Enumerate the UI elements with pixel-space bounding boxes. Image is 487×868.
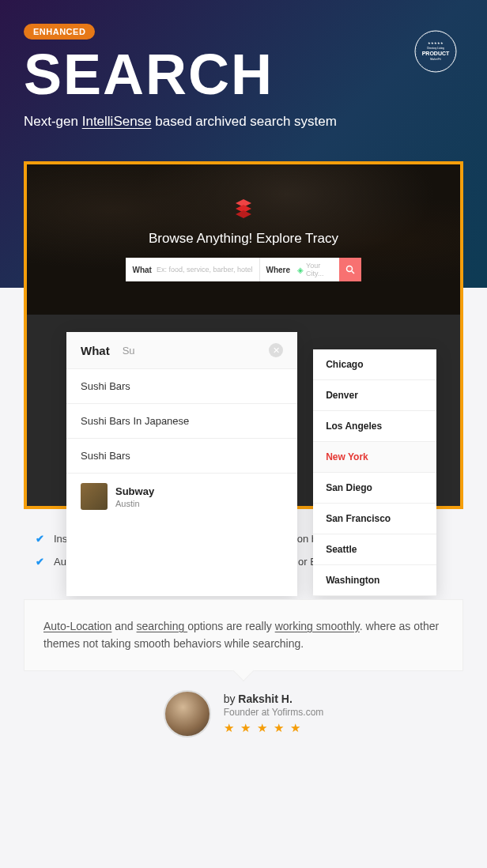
enhanced-badge: ENHANCED <box>24 24 95 40</box>
svg-line-6 <box>352 271 354 274</box>
suggestion-item-rich[interactable]: Subway Austin <box>66 474 297 519</box>
suggestion-item[interactable]: Sushi Bars In Japanese <box>66 404 297 439</box>
svg-text:Directory Listing: Directory Listing <box>427 47 444 50</box>
svg-text:PRODUCT: PRODUCT <box>422 51 450 56</box>
author-avatar <box>164 690 211 738</box>
suggestion-thumbnail <box>81 483 108 510</box>
author-role: Founder at Yofirms.com <box>224 707 324 718</box>
what-dropdown-header: What Su ✕ <box>66 332 297 369</box>
city-item[interactable]: Washington <box>313 565 436 596</box>
svg-text:Market Fit: Market Fit <box>430 58 441 61</box>
svg-text:★★★★★: ★★★★★ <box>428 41 444 45</box>
what-input-value[interactable]: Su <box>123 345 135 357</box>
where-dropdown: Chicago Denver Los Angeles New York San … <box>313 349 436 596</box>
search-where-field[interactable]: Where ◈ Your City... <box>260 258 339 281</box>
city-item[interactable]: Denver <box>313 380 436 411</box>
demo-logo-icon <box>232 198 255 220</box>
city-item-active[interactable]: New York <box>313 442 436 473</box>
city-item[interactable]: San Francisco <box>313 504 436 534</box>
suggestion-item[interactable]: Sushi Bars <box>66 439 297 474</box>
demo-frame: Browse Anything! Explore Tracy What Ex: … <box>24 161 463 509</box>
demo-tagline: Browse Anything! Explore Tracy <box>149 231 338 247</box>
page-subtitle: Next-gen IntelliSense based archived sea… <box>24 114 463 130</box>
city-item[interactable]: Los Angeles <box>313 411 436 442</box>
city-item[interactable]: Chicago <box>313 349 436 380</box>
testimonial-box: Auto-Location and searching options are … <box>24 599 463 671</box>
location-icon: ◈ <box>297 266 304 274</box>
demo-header: Browse Anything! Explore Tracy What Ex: … <box>27 164 460 315</box>
page-title: SEARCH <box>24 46 463 103</box>
check-icon: ✔ <box>36 556 44 568</box>
svg-point-5 <box>346 266 352 272</box>
city-item[interactable]: Seattle <box>313 534 436 565</box>
suggestion-item[interactable]: Sushi Bars <box>66 369 297 404</box>
search-button[interactable] <box>339 258 361 281</box>
check-icon: ✔ <box>36 533 44 545</box>
city-item[interactable]: San Diego <box>313 473 436 504</box>
what-dropdown: What Su ✕ Sushi Bars Sushi Bars In Japan… <box>66 332 297 596</box>
search-icon <box>345 265 355 274</box>
star-rating: ★ ★ ★ ★ ★ <box>224 721 324 735</box>
author-block: by Rakshit H. Founder at Yofirms.com ★ ★… <box>0 690 487 738</box>
search-bar: What Ex: food, service, barber, hotel Wh… <box>126 258 361 281</box>
clear-icon[interactable]: ✕ <box>269 343 283 357</box>
author-name: by Rakshit H. <box>224 693 324 705</box>
search-what-field[interactable]: What Ex: food, service, barber, hotel <box>126 258 259 281</box>
product-badge: ★★★★★Directory ListingPRODUCTMarket Fit <box>408 24 463 79</box>
